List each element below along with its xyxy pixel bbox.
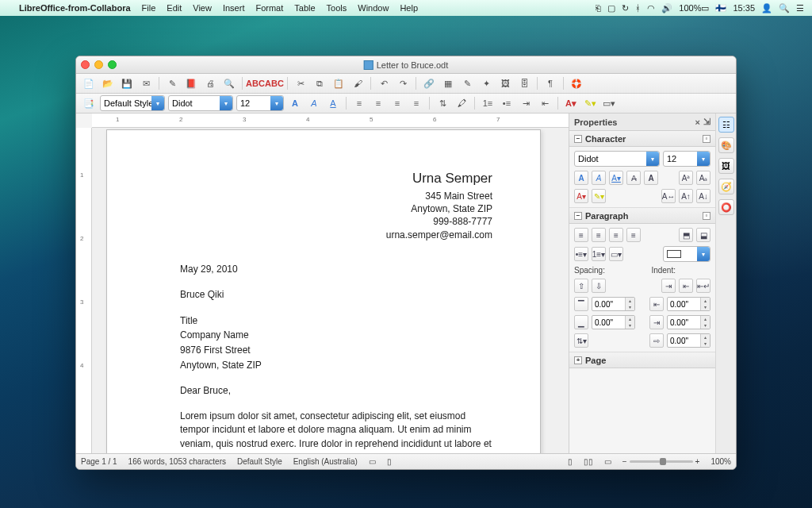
- sidebar-shadow-button[interactable]: A: [644, 171, 658, 185]
- window-minimize-button[interactable]: [94, 60, 103, 69]
- redo-button[interactable]: ↷: [395, 75, 411, 91]
- menu-help[interactable]: Help: [400, 3, 418, 13]
- cut-button[interactable]: ✂: [293, 75, 308, 91]
- indent-before-input[interactable]: 0.00"▴▾: [667, 297, 710, 311]
- status-view-book[interactable]: ▭: [604, 457, 611, 466]
- new-button[interactable]: 📄: [81, 75, 97, 91]
- dec-para-spacing[interactable]: ⇩: [592, 279, 606, 293]
- print-button[interactable]: 🖨: [202, 75, 218, 91]
- tab-navigator[interactable]: 🧭: [718, 179, 734, 194]
- linespacing-icon[interactable]: ⇅▾: [574, 333, 588, 348]
- inc-indent[interactable]: ⇥: [661, 279, 676, 293]
- decrease-indent-button[interactable]: ⇤: [537, 95, 553, 111]
- font-size-combo[interactable]: 12▾: [236, 95, 284, 111]
- open-button[interactable]: 📂: [100, 75, 116, 91]
- status-view-single[interactable]: ▯: [568, 457, 573, 466]
- dec-indent[interactable]: ⇤: [679, 279, 693, 293]
- window-titlebar[interactable]: Letter to Bruce.odt: [76, 56, 736, 74]
- export-pdf-button[interactable]: 📕: [183, 75, 199, 91]
- status-insert-mode[interactable]: ▭: [369, 457, 376, 466]
- indent-after-input[interactable]: 0.00"▴▾: [667, 315, 710, 329]
- tab-functions[interactable]: ⭕: [718, 199, 734, 215]
- sidebar-strike-button[interactable]: A̶: [626, 171, 641, 185]
- menu-table[interactable]: Table: [294, 3, 315, 13]
- styles-button[interactable]: 📑: [81, 95, 97, 111]
- tab-properties[interactable]: ☷: [718, 117, 734, 133]
- font-color-button[interactable]: A▾: [563, 95, 579, 111]
- battery-status[interactable]: 100% ▭: [679, 3, 709, 13]
- highlight-color-button[interactable]: ✎▾: [582, 95, 598, 111]
- status-zoom[interactable]: 100%: [710, 457, 731, 466]
- numbered-list-button[interactable]: 1≡: [480, 95, 496, 111]
- clock[interactable]: 15:35: [733, 3, 755, 13]
- indent-first-input[interactable]: 0.00"▴▾: [667, 333, 710, 348]
- spacing-above-input[interactable]: 0.00"▴▾: [592, 297, 635, 311]
- menu-window[interactable]: Window: [358, 3, 389, 13]
- menu-view[interactable]: View: [193, 3, 212, 13]
- sidebar-subscript-button[interactable]: Aₐ: [696, 171, 710, 185]
- line-spacing-button[interactable]: ⇅: [435, 95, 450, 111]
- app-name[interactable]: LibreOffice-from-Collabora: [19, 3, 131, 13]
- sidebar-highlight-button[interactable]: ✎▾: [592, 189, 606, 203]
- align-right-button[interactable]: ≡: [389, 95, 405, 111]
- character-panel-header[interactable]: −Character▫: [569, 131, 715, 147]
- inc-para-spacing[interactable]: ⇧: [574, 279, 588, 293]
- para-align-justify[interactable]: ≡: [626, 228, 641, 242]
- increase-indent-button[interactable]: ⇥: [518, 95, 534, 111]
- page-panel-header[interactable]: +Page: [569, 352, 715, 368]
- bulleted-list-button[interactable]: •≡: [499, 95, 515, 111]
- navigator-button[interactable]: ✦: [478, 75, 494, 91]
- bold-button[interactable]: A: [287, 95, 303, 111]
- status-view-multi[interactable]: ▯▯: [584, 457, 593, 466]
- save-button[interactable]: 💾: [119, 75, 135, 91]
- para-vert2[interactable]: ⬓: [696, 228, 710, 242]
- para-border-combo[interactable]: ▾: [663, 246, 710, 262]
- email-button[interactable]: ✉: [138, 75, 154, 91]
- sidebar-undock-icon[interactable]: ⇲: [703, 117, 710, 127]
- status-words[interactable]: 166 words, 1053 characters: [128, 457, 226, 466]
- hanging-indent[interactable]: ⇤↵: [696, 279, 710, 293]
- sidebar-size-combo[interactable]: 12▾: [663, 151, 710, 167]
- airplay-icon[interactable]: ▢: [607, 3, 615, 13]
- sidebar-italic-button[interactable]: A: [592, 171, 606, 185]
- align-center-button[interactable]: ≡: [370, 95, 386, 111]
- window-zoom-button[interactable]: [108, 60, 117, 69]
- spellcheck-button[interactable]: ABC: [247, 75, 263, 91]
- copy-button[interactable]: ⧉: [312, 75, 327, 91]
- sidebar-fontcolor-button[interactable]: A▾: [574, 189, 588, 203]
- font-name-combo[interactable]: Didot▾: [168, 95, 233, 111]
- undo-button[interactable]: ↶: [376, 75, 392, 91]
- format-paintbrush-button[interactable]: 🖌: [350, 75, 366, 91]
- italic-button[interactable]: A: [306, 95, 322, 111]
- para-bg[interactable]: ▭▾: [609, 247, 623, 261]
- menu-format[interactable]: Format: [255, 3, 283, 13]
- window-close-button[interactable]: [81, 60, 90, 69]
- nonprinting-button[interactable]: ¶: [542, 75, 558, 91]
- print-preview-button[interactable]: 🔍: [221, 75, 237, 91]
- para-align-right[interactable]: ≡: [609, 228, 623, 242]
- hyperlink-button[interactable]: 🔗: [421, 75, 437, 91]
- paste-button[interactable]: 📋: [331, 75, 347, 91]
- gallery-button[interactable]: 🖼: [497, 75, 513, 91]
- status-page[interactable]: Page 1 / 1: [81, 457, 117, 466]
- sync-icon[interactable]: ↻: [622, 3, 629, 13]
- autospell-button[interactable]: ABC: [266, 75, 282, 91]
- menu-edit[interactable]: Edit: [167, 3, 182, 13]
- sidebar-grow-button[interactable]: A↑: [679, 189, 693, 203]
- bluetooth-icon[interactable]: ᚼ: [635, 3, 641, 13]
- menu-insert[interactable]: Insert: [223, 3, 245, 13]
- highlight-button[interactable]: 🖍: [454, 95, 469, 111]
- spacing-below-input[interactable]: 0.00"▴▾: [592, 315, 635, 329]
- data-sources-button[interactable]: 🗄: [516, 75, 532, 91]
- underline-button[interactable]: A: [325, 95, 341, 111]
- para-vert1[interactable]: ⬒: [679, 228, 693, 242]
- sidebar-shrink-button[interactable]: A↓: [696, 189, 710, 203]
- sidebar-font-combo[interactable]: Didot▾: [574, 151, 660, 167]
- zoom-slider[interactable]: −+: [622, 457, 700, 466]
- para-numbers[interactable]: 1≡▾: [592, 247, 606, 261]
- help-button[interactable]: 🛟: [569, 75, 584, 91]
- menu-file[interactable]: File: [142, 3, 156, 13]
- spotlight-icon[interactable]: 🔍: [779, 3, 790, 13]
- menu-tools[interactable]: Tools: [327, 3, 347, 13]
- show-draw-button[interactable]: ✎: [459, 75, 475, 91]
